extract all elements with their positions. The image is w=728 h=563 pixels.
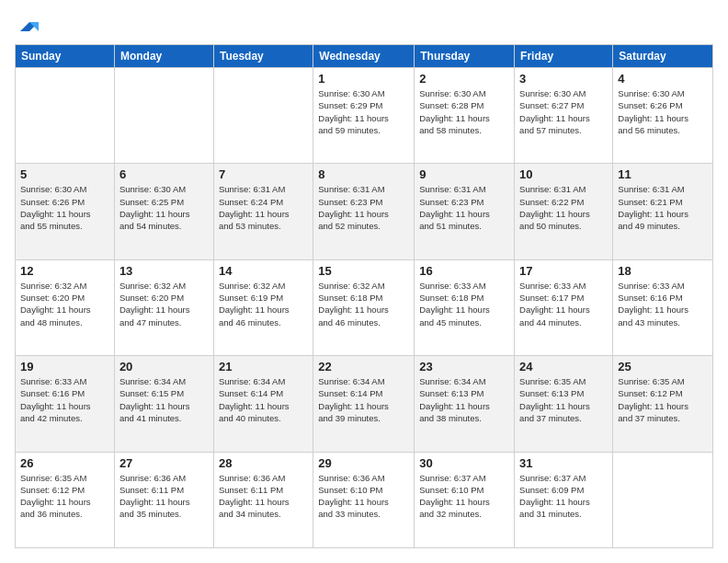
day-number: 16 — [419, 264, 509, 278]
day-number: 17 — [519, 264, 608, 278]
day-info: Sunrise: 6:33 AM Sunset: 6:16 PM Dayligh… — [618, 280, 708, 328]
day-info: Sunrise: 6:31 AM Sunset: 6:23 PM Dayligh… — [318, 183, 409, 232]
calendar-cell: 13Sunrise: 6:32 AM Sunset: 6:20 PM Dayli… — [114, 259, 213, 355]
day-number: 8 — [318, 167, 409, 181]
day-info: Sunrise: 6:31 AM Sunset: 6:24 PM Dayligh… — [219, 183, 308, 232]
calendar-cell: 21Sunrise: 6:34 AM Sunset: 6:14 PM Dayli… — [213, 356, 313, 452]
calendar-week-row: 1Sunrise: 6:30 AM Sunset: 6:29 PM Daylig… — [16, 68, 713, 164]
calendar-cell: 27Sunrise: 6:36 AM Sunset: 6:11 PM Dayli… — [114, 452, 213, 547]
day-number: 1 — [318, 72, 409, 86]
calendar-cell: 25Sunrise: 6:35 AM Sunset: 6:12 PM Dayli… — [613, 356, 713, 452]
day-number: 22 — [318, 360, 409, 373]
day-number: 25 — [618, 360, 708, 373]
day-info: Sunrise: 6:37 AM Sunset: 6:09 PM Dayligh… — [519, 472, 608, 521]
calendar-cell: 10Sunrise: 6:31 AM Sunset: 6:22 PM Dayli… — [515, 164, 613, 259]
day-number: 7 — [219, 167, 308, 181]
calendar-cell: 4Sunrise: 6:30 AM Sunset: 6:26 PM Daylig… — [613, 68, 713, 164]
calendar-cell: 5Sunrise: 6:30 AM Sunset: 6:26 PM Daylig… — [16, 164, 115, 259]
calendar-cell: 22Sunrise: 6:34 AM Sunset: 6:14 PM Dayli… — [313, 356, 415, 452]
calendar-cell: 15Sunrise: 6:32 AM Sunset: 6:18 PM Dayli… — [313, 259, 415, 355]
logo — [15, 15, 39, 37]
calendar: SundayMondayTuesdayWednesdayThursdayFrid… — [15, 44, 713, 548]
calendar-cell: 14Sunrise: 6:32 AM Sunset: 6:19 PM Dayli… — [213, 259, 313, 355]
day-info: Sunrise: 6:34 AM Sunset: 6:13 PM Dayligh… — [419, 375, 509, 424]
calendar-week-row: 5Sunrise: 6:30 AM Sunset: 6:26 PM Daylig… — [16, 164, 713, 259]
calendar-cell: 26Sunrise: 6:35 AM Sunset: 6:12 PM Dayli… — [16, 452, 115, 547]
day-info: Sunrise: 6:36 AM Sunset: 6:11 PM Dayligh… — [119, 472, 209, 521]
weekday-header: Wednesday — [313, 45, 415, 68]
day-number: 28 — [219, 456, 308, 470]
day-info: Sunrise: 6:33 AM Sunset: 6:17 PM Dayligh… — [519, 280, 608, 328]
day-number: 18 — [618, 264, 708, 278]
day-info: Sunrise: 6:34 AM Sunset: 6:15 PM Dayligh… — [119, 375, 209, 424]
weekday-header: Sunday — [16, 45, 115, 68]
day-number: 27 — [119, 456, 209, 470]
calendar-cell: 29Sunrise: 6:36 AM Sunset: 6:10 PM Dayli… — [313, 452, 415, 547]
day-info: Sunrise: 6:32 AM Sunset: 6:19 PM Dayligh… — [219, 280, 308, 328]
calendar-cell — [613, 452, 713, 547]
day-number: 6 — [119, 167, 209, 181]
calendar-cell — [213, 68, 313, 164]
calendar-cell: 6Sunrise: 6:30 AM Sunset: 6:25 PM Daylig… — [114, 164, 213, 259]
day-info: Sunrise: 6:30 AM Sunset: 6:29 PM Dayligh… — [318, 87, 409, 136]
weekday-header: Friday — [515, 45, 613, 68]
calendar-cell: 30Sunrise: 6:37 AM Sunset: 6:10 PM Dayli… — [415, 452, 515, 547]
day-number: 19 — [20, 360, 109, 373]
weekday-header: Tuesday — [213, 45, 313, 68]
calendar-week-row: 19Sunrise: 6:33 AM Sunset: 6:16 PM Dayli… — [16, 356, 713, 452]
weekday-header-row: SundayMondayTuesdayWednesdayThursdayFrid… — [16, 45, 713, 68]
day-info: Sunrise: 6:30 AM Sunset: 6:27 PM Dayligh… — [519, 87, 608, 136]
day-info: Sunrise: 6:31 AM Sunset: 6:21 PM Dayligh… — [618, 183, 708, 232]
day-info: Sunrise: 6:36 AM Sunset: 6:10 PM Dayligh… — [318, 472, 409, 521]
day-info: Sunrise: 6:30 AM Sunset: 6:25 PM Dayligh… — [119, 183, 209, 232]
day-info: Sunrise: 6:31 AM Sunset: 6:23 PM Dayligh… — [419, 183, 509, 232]
day-info: Sunrise: 6:35 AM Sunset: 6:13 PM Dayligh… — [519, 375, 608, 424]
day-number: 24 — [519, 360, 608, 373]
calendar-cell: 18Sunrise: 6:33 AM Sunset: 6:16 PM Dayli… — [613, 259, 713, 355]
calendar-cell: 2Sunrise: 6:30 AM Sunset: 6:28 PM Daylig… — [415, 68, 515, 164]
day-number: 9 — [419, 167, 509, 181]
calendar-cell: 28Sunrise: 6:36 AM Sunset: 6:11 PM Dayli… — [213, 452, 313, 547]
calendar-cell: 11Sunrise: 6:31 AM Sunset: 6:21 PM Dayli… — [613, 164, 713, 259]
calendar-cell: 7Sunrise: 6:31 AM Sunset: 6:24 PM Daylig… — [213, 164, 313, 259]
weekday-header: Thursday — [415, 45, 515, 68]
calendar-cell: 17Sunrise: 6:33 AM Sunset: 6:17 PM Dayli… — [515, 259, 613, 355]
day-info: Sunrise: 6:30 AM Sunset: 6:26 PM Dayligh… — [20, 183, 109, 232]
weekday-header: Monday — [114, 45, 213, 68]
day-number: 12 — [20, 264, 109, 278]
day-info: Sunrise: 6:30 AM Sunset: 6:28 PM Dayligh… — [419, 87, 509, 136]
day-number: 15 — [318, 264, 409, 278]
calendar-week-row: 12Sunrise: 6:32 AM Sunset: 6:20 PM Dayli… — [16, 259, 713, 355]
day-info: Sunrise: 6:31 AM Sunset: 6:22 PM Dayligh… — [519, 183, 608, 232]
page: SundayMondayTuesdayWednesdayThursdayFrid… — [0, 0, 728, 563]
weekday-header: Saturday — [613, 45, 713, 68]
calendar-cell: 31Sunrise: 6:37 AM Sunset: 6:09 PM Dayli… — [515, 452, 613, 547]
day-number: 5 — [20, 167, 109, 181]
day-number: 3 — [519, 72, 608, 86]
day-info: Sunrise: 6:33 AM Sunset: 6:16 PM Dayligh… — [20, 375, 109, 424]
calendar-cell: 1Sunrise: 6:30 AM Sunset: 6:29 PM Daylig… — [313, 68, 415, 164]
day-number: 23 — [419, 360, 509, 373]
day-number: 13 — [119, 264, 209, 278]
calendar-cell — [114, 68, 213, 164]
day-number: 29 — [318, 456, 409, 470]
day-info: Sunrise: 6:30 AM Sunset: 6:26 PM Dayligh… — [618, 87, 708, 136]
day-number: 11 — [618, 167, 708, 181]
calendar-week-row: 26Sunrise: 6:35 AM Sunset: 6:12 PM Dayli… — [16, 452, 713, 547]
calendar-cell: 3Sunrise: 6:30 AM Sunset: 6:27 PM Daylig… — [515, 68, 613, 164]
calendar-cell: 16Sunrise: 6:33 AM Sunset: 6:18 PM Dayli… — [415, 259, 515, 355]
day-info: Sunrise: 6:35 AM Sunset: 6:12 PM Dayligh… — [618, 375, 708, 424]
day-info: Sunrise: 6:35 AM Sunset: 6:12 PM Dayligh… — [20, 472, 109, 521]
day-info: Sunrise: 6:32 AM Sunset: 6:20 PM Dayligh… — [20, 280, 109, 328]
day-info: Sunrise: 6:34 AM Sunset: 6:14 PM Dayligh… — [219, 375, 308, 424]
day-info: Sunrise: 6:33 AM Sunset: 6:18 PM Dayligh… — [419, 280, 509, 328]
logo-icon — [17, 15, 39, 37]
calendar-cell: 23Sunrise: 6:34 AM Sunset: 6:13 PM Dayli… — [415, 356, 515, 452]
day-number: 4 — [618, 72, 708, 86]
day-number: 20 — [119, 360, 209, 373]
day-number: 26 — [20, 456, 109, 470]
calendar-cell — [16, 68, 115, 164]
day-info: Sunrise: 6:34 AM Sunset: 6:14 PM Dayligh… — [318, 375, 409, 424]
calendar-cell: 24Sunrise: 6:35 AM Sunset: 6:13 PM Dayli… — [515, 356, 613, 452]
day-number: 30 — [419, 456, 509, 470]
